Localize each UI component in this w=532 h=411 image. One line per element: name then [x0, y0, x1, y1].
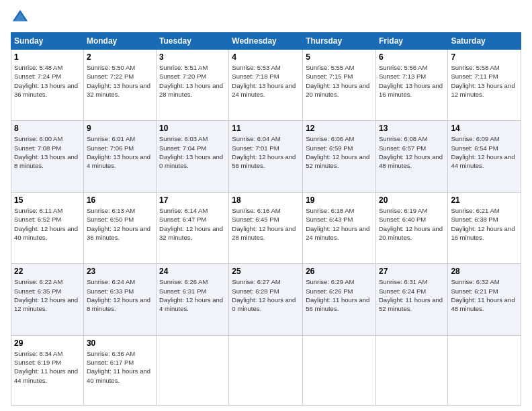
sunset: Sunset: 6:54 PM — [451, 144, 498, 152]
day-info: Sunrise: 6:36 AM Sunset: 6:17 PM Dayligh… — [87, 349, 153, 385]
col-sunday: Sunday — [11, 33, 84, 50]
daylight: Daylight: 12 hours and 16 minutes. — [451, 225, 515, 241]
sunset: Sunset: 6:52 PM — [14, 216, 61, 223]
sunset: Sunset: 6:40 PM — [379, 216, 426, 223]
sunrise: Sunrise: 6:31 AM — [379, 278, 427, 285]
daylight: Daylight: 13 hours and 4 minutes. — [87, 153, 150, 169]
sunset: Sunset: 6:28 PM — [232, 287, 279, 295]
day-info: Sunrise: 6:19 AM Sunset: 6:40 PM Dayligh… — [379, 206, 445, 242]
sunrise: Sunrise: 6:32 AM — [451, 278, 499, 285]
daylight: Daylight: 11 hours and 48 minutes. — [451, 296, 515, 312]
calendar-cell — [303, 335, 376, 405]
calendar-cell: 14 Sunrise: 6:09 AM Sunset: 6:54 PM Dayl… — [448, 121, 521, 192]
sunset: Sunset: 6:33 PM — [87, 287, 134, 295]
day-info: Sunrise: 6:01 AM Sunset: 7:06 PM Dayligh… — [87, 134, 153, 170]
sunset: Sunset: 6:21 PM — [451, 287, 498, 295]
daylight: Daylight: 12 hours and 48 minutes. — [379, 153, 443, 169]
daylight: Daylight: 13 hours and 0 minutes. — [159, 153, 223, 169]
day-info: Sunrise: 6:21 AM Sunset: 6:38 PM Dayligh… — [451, 206, 518, 242]
sunrise: Sunrise: 6:21 AM — [451, 207, 499, 214]
calendar-cell: 18 Sunrise: 6:16 AM Sunset: 6:45 PM Dayl… — [229, 192, 303, 263]
day-info: Sunrise: 6:22 AM Sunset: 6:35 PM Dayligh… — [14, 277, 81, 313]
daylight: Daylight: 13 hours and 28 minutes. — [159, 82, 223, 98]
daylight: Daylight: 13 hours and 32 minutes. — [87, 82, 150, 98]
day-info: Sunrise: 6:29 AM Sunset: 6:26 PM Dayligh… — [306, 277, 373, 313]
sunset: Sunset: 6:19 PM — [14, 359, 61, 366]
page: Sunday Monday Tuesday Wednesday Thursday… — [0, 0, 532, 411]
day-number: 20 — [379, 195, 445, 205]
day-info: Sunrise: 5:58 AM Sunset: 7:11 PM Dayligh… — [451, 63, 518, 99]
calendar-cell — [229, 335, 303, 405]
sunrise: Sunrise: 6:11 AM — [14, 207, 62, 214]
day-number: 9 — [87, 124, 153, 133]
calendar-cell: 20 Sunrise: 6:19 AM Sunset: 6:40 PM Dayl… — [375, 192, 447, 263]
day-info: Sunrise: 6:31 AM Sunset: 6:24 PM Dayligh… — [379, 277, 445, 313]
sunset: Sunset: 6:24 PM — [379, 287, 426, 295]
day-number: 14 — [451, 124, 518, 133]
daylight: Daylight: 12 hours and 32 minutes. — [159, 225, 223, 241]
calendar-cell: 22 Sunrise: 6:22 AM Sunset: 6:35 PM Dayl… — [11, 264, 84, 335]
sunset: Sunset: 6:31 PM — [159, 287, 206, 295]
day-number: 11 — [232, 124, 300, 133]
calendar-cell: 10 Sunrise: 6:03 AM Sunset: 7:04 PM Dayl… — [157, 121, 229, 192]
calendar-week-5: 29 Sunrise: 6:34 AM Sunset: 6:19 PM Dayl… — [11, 335, 521, 405]
sunrise: Sunrise: 5:58 AM — [451, 64, 499, 71]
calendar-cell: 2 Sunrise: 5:50 AM Sunset: 7:22 PM Dayli… — [83, 50, 156, 121]
day-number: 17 — [159, 195, 226, 205]
sunset: Sunset: 7:11 PM — [451, 73, 498, 80]
day-number: 29 — [14, 338, 81, 348]
day-info: Sunrise: 6:34 AM Sunset: 6:19 PM Dayligh… — [14, 349, 81, 385]
calendar-cell: 4 Sunrise: 5:53 AM Sunset: 7:18 PM Dayli… — [229, 50, 303, 121]
col-thursday: Thursday — [303, 33, 376, 50]
daylight: Daylight: 12 hours and 44 minutes. — [451, 153, 515, 169]
calendar-header: Sunday Monday Tuesday Wednesday Thursday… — [11, 33, 521, 50]
calendar-cell: 15 Sunrise: 6:11 AM Sunset: 6:52 PM Dayl… — [11, 192, 84, 263]
sunrise: Sunrise: 6:13 AM — [87, 207, 135, 214]
day-number: 10 — [159, 124, 226, 133]
day-number: 19 — [306, 195, 373, 205]
sunset: Sunset: 6:59 PM — [306, 144, 353, 152]
sunrise: Sunrise: 6:01 AM — [87, 135, 135, 142]
sunset: Sunset: 7:04 PM — [159, 144, 206, 152]
day-info: Sunrise: 5:53 AM Sunset: 7:18 PM Dayligh… — [232, 63, 300, 99]
sunset: Sunset: 7:18 PM — [232, 73, 279, 80]
sunrise: Sunrise: 6:18 AM — [306, 207, 354, 214]
daylight: Daylight: 13 hours and 20 minutes. — [306, 82, 369, 98]
day-number: 28 — [451, 267, 518, 276]
sunset: Sunset: 6:38 PM — [451, 216, 498, 223]
sunrise: Sunrise: 6:24 AM — [87, 278, 135, 285]
daylight: Daylight: 12 hours and 52 minutes. — [306, 153, 369, 169]
day-number: 6 — [379, 52, 445, 62]
day-number: 5 — [306, 52, 373, 62]
day-number: 27 — [379, 267, 445, 276]
day-info: Sunrise: 5:56 AM Sunset: 7:13 PM Dayligh… — [379, 63, 445, 99]
sunrise: Sunrise: 6:00 AM — [14, 135, 62, 142]
day-number: 25 — [232, 267, 300, 276]
sunset: Sunset: 7:15 PM — [306, 73, 353, 80]
calendar-week-4: 22 Sunrise: 6:22 AM Sunset: 6:35 PM Dayl… — [11, 264, 521, 335]
calendar: Sunday Monday Tuesday Wednesday Thursday… — [11, 32, 521, 406]
day-number: 12 — [306, 124, 373, 133]
daylight: Daylight: 11 hours and 40 minutes. — [87, 367, 150, 383]
calendar-cell: 16 Sunrise: 6:13 AM Sunset: 6:50 PM Dayl… — [83, 192, 156, 263]
calendar-week-2: 8 Sunrise: 6:00 AM Sunset: 7:08 PM Dayli… — [11, 121, 521, 192]
calendar-cell: 28 Sunrise: 6:32 AM Sunset: 6:21 PM Dayl… — [448, 264, 521, 335]
sunset: Sunset: 7:22 PM — [87, 73, 134, 80]
day-number: 24 — [159, 267, 226, 276]
daylight: Daylight: 12 hours and 56 minutes. — [232, 153, 296, 169]
day-info: Sunrise: 6:03 AM Sunset: 7:04 PM Dayligh… — [159, 134, 226, 170]
daylight: Daylight: 12 hours and 0 minutes. — [232, 296, 296, 312]
sunrise: Sunrise: 6:36 AM — [87, 350, 135, 357]
calendar-cell: 3 Sunrise: 5:51 AM Sunset: 7:20 PM Dayli… — [157, 50, 229, 121]
sunset: Sunset: 6:45 PM — [232, 216, 279, 223]
day-number: 21 — [451, 195, 518, 205]
day-number: 23 — [87, 267, 153, 276]
sunrise: Sunrise: 5:48 AM — [14, 64, 62, 71]
sunrise: Sunrise: 5:55 AM — [306, 64, 354, 71]
sunset: Sunset: 7:06 PM — [87, 144, 134, 152]
day-number: 26 — [306, 267, 373, 276]
day-info: Sunrise: 6:06 AM Sunset: 6:59 PM Dayligh… — [306, 134, 373, 170]
daylight: Daylight: 13 hours and 8 minutes. — [14, 153, 78, 169]
day-number: 15 — [14, 195, 81, 205]
day-number: 1 — [14, 52, 81, 62]
